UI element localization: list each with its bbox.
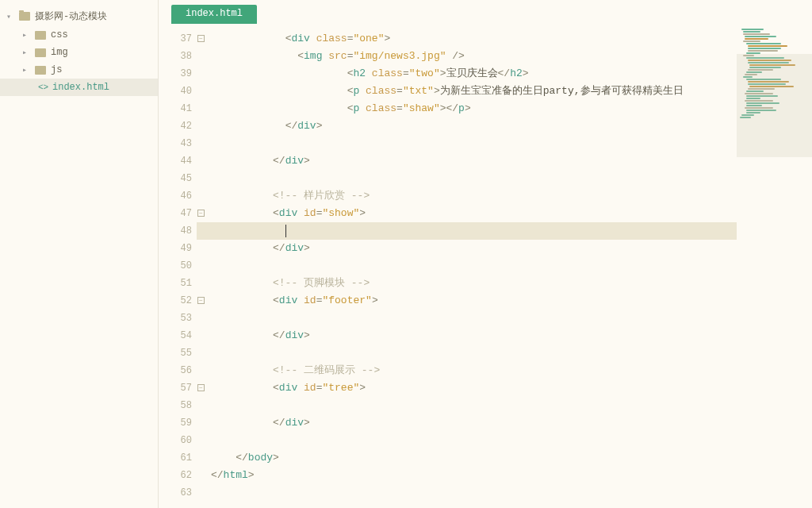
editor-area: index.html 37−38394041424344454647−48495… [159,0,812,508]
code-line[interactable]: <p class="txt">为新生宝宝准备的生日party,参与者可获得精美生… [211,83,737,100]
code-line[interactable] [211,222,737,240]
tab-label: index.html [186,8,243,19]
code-line[interactable] [211,135,737,152]
code-editor[interactable]: <div class="one"> <img src="img/news3.jp… [197,24,737,508]
code-line[interactable]: <img src="img/news3.jpg" /> [211,48,737,65]
code-line[interactable]: <div id="show"> [211,205,737,222]
code-line[interactable] [211,257,737,275]
code-line[interactable]: <!-- 页脚模块 --> [211,275,737,292]
tab-bar: index.html [159,0,812,24]
text-cursor [285,225,286,237]
code-line[interactable] [211,170,737,187]
code-line[interactable]: </div> [211,240,737,257]
html-file-icon: <> [38,83,49,92]
tab-index-html[interactable]: index.html [171,5,257,24]
folder-icon [35,31,46,40]
folder-open-icon [19,12,30,21]
code-line[interactable] [211,432,737,449]
code-line[interactable] [211,344,737,362]
code-line[interactable]: <!-- 样片欣赏 --> [211,187,737,205]
chevron-down-icon: ▾ [6,12,16,21]
minimap-viewport[interactable] [737,54,812,157]
folder-js[interactable]: ▸ js [0,61,158,79]
folder-label: img [51,47,68,58]
code-line[interactable]: </body> [211,449,737,467]
code-line[interactable]: <div id="tree"> [211,379,737,397]
folder-icon [35,48,46,57]
chevron-right-icon: ▸ [22,48,32,57]
code-line[interactable]: </div> [211,414,737,432]
folder-css[interactable]: ▸ css [0,26,158,44]
folder-label: css [51,29,68,40]
folder-root[interactable]: ▾ 摄影网-动态模块 [0,6,158,26]
folder-img[interactable]: ▸ img [0,44,158,61]
code-line[interactable]: <div class="one"> [211,30,737,48]
chevron-right-icon: ▸ [22,30,32,40]
code-line[interactable]: </div> [211,117,737,135]
code-container: 37−38394041424344454647−4849505152−53545… [159,24,812,508]
code-line[interactable]: </html> [211,467,737,484]
folder-icon [35,66,46,75]
chevron-right-icon: ▸ [22,65,32,75]
file-index-html[interactable]: <> index.html [0,79,158,96]
code-line[interactable] [211,484,737,502]
code-line[interactable] [211,310,737,327]
line-number-gutter: 37−38394041424344454647−4849505152−53545… [159,24,197,508]
folder-label: 摄影网-动态模块 [35,10,107,23]
minimap[interactable] [737,24,812,508]
code-line[interactable]: <p class="shaw"></p> [211,100,737,117]
folder-label: js [51,64,62,75]
code-line[interactable]: </div> [211,327,737,344]
file-label: index.html [52,82,109,93]
code-line[interactable]: </div> [211,152,737,170]
code-line[interactable] [211,397,737,414]
code-line[interactable]: <!-- 二维码展示 --> [211,362,737,379]
code-line[interactable]: <h2 class="two">宝贝庆生会</h2> [211,65,737,83]
file-explorer-sidebar: ▾ 摄影网-动态模块 ▸ css ▸ img ▸ js <> index.htm… [0,0,159,508]
code-line[interactable]: <div id="footer"> [211,292,737,310]
